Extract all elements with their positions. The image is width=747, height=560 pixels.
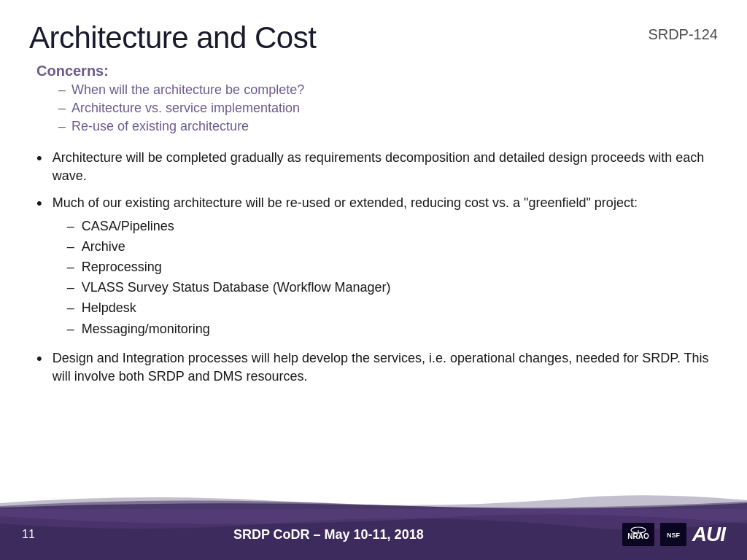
bullet-content: Architecture will be completed gradually… — [53, 149, 711, 185]
sub-item-text: Messaging/monitoring — [82, 320, 210, 338]
slide-footer: 11 SRDP CoDR – May 10-11, 2018 NRAO NSF — [0, 509, 747, 560]
list-item: – Archive — [67, 238, 711, 256]
bullet-icon: • — [36, 192, 42, 215]
sub-list: – CASA/Pipelines – Archive – Reprocessin… — [67, 217, 711, 338]
list-item: – Reprocessing — [67, 258, 711, 276]
svg-text:NRAO: NRAO — [627, 532, 649, 540]
dash-icon: – — [67, 258, 74, 276]
wave-decoration — [0, 489, 747, 510]
slide-header: Architecture and Cost SRDP-124 — [0, 0, 747, 63]
list-item: – VLASS Survey Status Database (Workflow… — [67, 279, 711, 297]
bullet-text: Much of our existing architecture will b… — [53, 195, 638, 210]
concerns-label: Concerns: — [36, 63, 711, 79]
dash-icon: – — [67, 217, 74, 236]
concern-item-text: Architecture vs. service implementation — [71, 101, 300, 116]
bullet-icon: • — [36, 147, 42, 170]
sub-item-text: VLASS Survey Status Database (Workflow M… — [82, 279, 391, 297]
slide-content: Concerns: – When will the architecture b… — [0, 63, 747, 402]
concerns-section: Concerns: – When will the architecture b… — [36, 63, 711, 134]
concerns-list: – When will the architecture be complete… — [58, 82, 711, 134]
bullet-text: Architecture will be completed gradually… — [53, 150, 705, 183]
dash-icon: – — [67, 279, 74, 297]
sub-item-text: Archive — [82, 238, 125, 256]
aui-text: AUI — [692, 523, 725, 545]
sub-item-text: CASA/Pipelines — [82, 217, 174, 236]
slide: Architecture and Cost SRDP-124 Concerns:… — [0, 0, 747, 560]
svg-text:NSF: NSF — [667, 532, 681, 539]
footer-center-text: SRDP CoDR – May 10-11, 2018 — [35, 527, 622, 542]
dash-icon: – — [58, 101, 66, 116]
list-item: – Re-use of existing architecture — [58, 119, 711, 134]
concern-item-text: Re-use of existing architecture — [71, 119, 249, 134]
dash-icon: – — [67, 299, 74, 317]
list-item: – CASA/Pipelines — [67, 217, 711, 236]
dash-icon: – — [67, 238, 74, 256]
main-bullet-3: • Design and Integration processes will … — [36, 349, 711, 386]
footer-page-number: 11 — [22, 528, 35, 541]
dash-icon: – — [58, 119, 66, 134]
aui-logo: AUI — [692, 523, 725, 546]
bullet-content: Much of our existing architecture will b… — [53, 194, 711, 340]
concern-item-text: When will the architecture be complete? — [71, 82, 304, 98]
sub-item-text: Helpdesk — [82, 299, 136, 317]
list-item: – When will the architecture be complete… — [58, 82, 711, 98]
list-item: – Architecture vs. service implementatio… — [58, 101, 711, 116]
nrao-logo: NRAO — [622, 523, 654, 546]
footer-logos: NRAO NSF AUI — [622, 523, 725, 546]
bullet-icon: • — [36, 348, 42, 370]
main-bullet-2: • Much of our existing architecture will… — [36, 194, 711, 340]
dash-icon: – — [67, 320, 74, 338]
bullet-text: Design and Integration processes will he… — [53, 351, 709, 384]
slide-id: SRDP-124 — [648, 26, 718, 43]
bullet-content: Design and Integration processes will he… — [53, 349, 711, 386]
main-bullet-1: • Architecture will be completed gradual… — [36, 149, 711, 185]
list-item: – Helpdesk — [67, 299, 711, 317]
dash-icon: – — [58, 82, 66, 98]
main-bullets: • Architecture will be completed gradual… — [36, 149, 711, 386]
list-item: – Messaging/monitoring — [67, 320, 711, 338]
sub-item-text: Reprocessing — [82, 258, 162, 276]
slide-title: Architecture and Cost — [29, 20, 316, 55]
nsf-logo: NSF — [660, 523, 686, 546]
